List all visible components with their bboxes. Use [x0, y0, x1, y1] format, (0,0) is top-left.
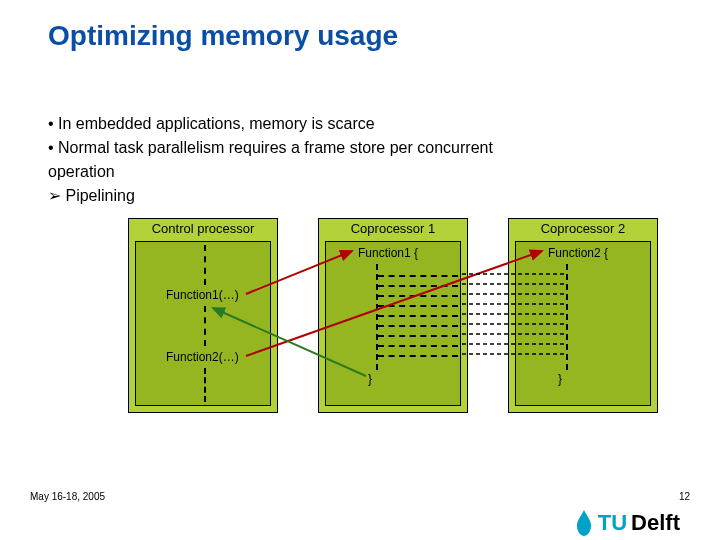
tudelft-logo: TUDelft [574, 510, 680, 536]
logo-text-tu: TU [598, 510, 627, 536]
box-header: Coprocessor 2 [509, 219, 657, 237]
function-close-label: } [368, 372, 372, 386]
box-inner: Function1(…) Function2(…) [135, 241, 271, 406]
timeline-dash [204, 306, 206, 346]
data-dash [378, 355, 458, 357]
bullet-list: In embedded applications, memory is scar… [48, 112, 672, 208]
data-dash [378, 315, 458, 317]
data-dash [378, 295, 458, 297]
bullet-item: operation [48, 160, 672, 184]
footer-page-number: 12 [679, 491, 690, 502]
box-header: Control processor [129, 219, 277, 237]
timeline-dash [566, 264, 568, 370]
function-open-label: Function2 { [548, 246, 608, 260]
timeline-dash [204, 245, 206, 285]
function-close-label: } [558, 372, 562, 386]
data-dash [378, 305, 458, 307]
timeline-dash [204, 368, 206, 402]
slide: Optimizing memory usage In embedded appl… [0, 0, 720, 540]
bullet-item: Pipelining [48, 184, 672, 208]
box-inner: Function2 { } [515, 241, 651, 406]
logo-text-delft: Delft [631, 510, 680, 536]
coprocessor-2-box: Coprocessor 2 Function2 { } [508, 218, 658, 413]
box-inner: Function1 { } [325, 241, 461, 406]
function-open-label: Function1 { [358, 246, 418, 260]
slide-title: Optimizing memory usage [48, 20, 672, 52]
flame-icon [574, 510, 594, 536]
coprocessor-1-box: Coprocessor 1 Function1 { } [318, 218, 468, 413]
bullet-item: Normal task parallelism requires a frame… [48, 136, 672, 160]
diagram: Control processor Function1(…) Function2… [128, 218, 668, 418]
data-dash [378, 325, 458, 327]
data-dash [378, 345, 458, 347]
footer-date: May 16-18, 2005 [30, 491, 105, 502]
data-dash [378, 285, 458, 287]
control-processor-box: Control processor Function1(…) Function2… [128, 218, 278, 413]
data-dash [378, 335, 458, 337]
box-header: Coprocessor 1 [319, 219, 467, 237]
bullet-item: In embedded applications, memory is scar… [48, 112, 672, 136]
function-call-label: Function2(…) [166, 350, 239, 364]
data-dash [378, 275, 458, 277]
function-call-label: Function1(…) [166, 288, 239, 302]
